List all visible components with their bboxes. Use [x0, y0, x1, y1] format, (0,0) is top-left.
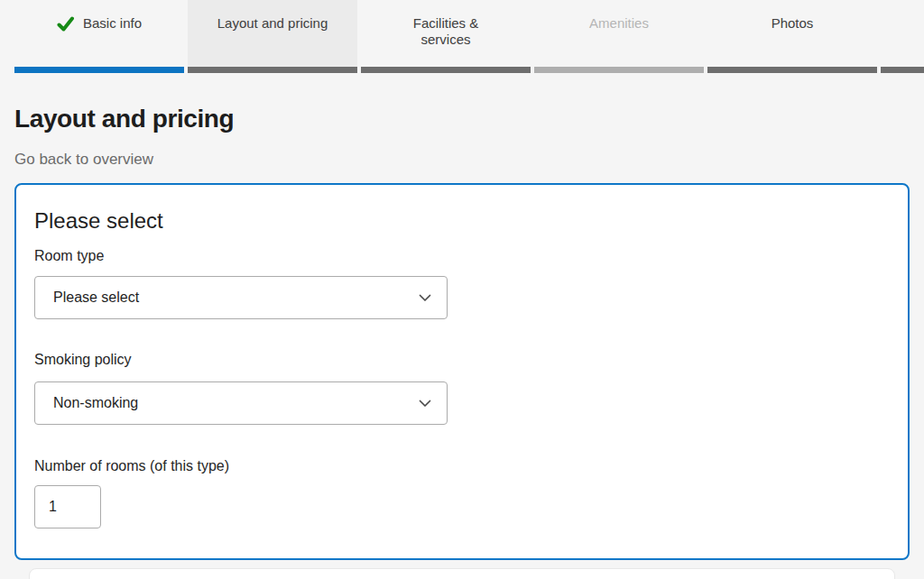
- tab-facilities-services[interactable]: Facilities & services: [361, 0, 531, 73]
- room-type-label: Room type: [34, 248, 890, 264]
- page-title: Layout and pricing: [14, 105, 910, 133]
- tab-progress-bar: [188, 67, 357, 73]
- number-of-rooms-label: Number of rooms (of this type): [34, 458, 890, 474]
- main-content: Layout and pricing Go back to overview P…: [0, 105, 924, 579]
- smoking-policy-selected-value: Non-smoking: [53, 395, 138, 411]
- tab-amenities: Amenities: [534, 0, 704, 73]
- tab-label: Amenities: [589, 15, 649, 32]
- tab-label: Basic info: [83, 15, 142, 32]
- tab-progress-bar: [534, 67, 704, 73]
- card-title: Please select: [34, 208, 890, 234]
- chevron-down-icon: [419, 395, 431, 411]
- check-icon: [57, 16, 74, 35]
- tab-progress-bar: [361, 67, 531, 73]
- smoking-policy-select[interactable]: Non-smoking: [34, 381, 448, 425]
- room-type-selected-value: Please select: [53, 290, 139, 306]
- setup-steps-tabs: Basic info Layout and pricing Facilities…: [0, 0, 924, 73]
- tab-label: Photos: [772, 15, 814, 32]
- room-setup-card: Please select Room type Please select Sm…: [14, 183, 910, 560]
- chevron-down-icon: [419, 290, 431, 306]
- tab-label: Layout and pricing: [217, 15, 328, 32]
- next-section-card-partial: [29, 568, 895, 579]
- room-type-select[interactable]: Please select: [34, 276, 448, 319]
- tab-label: Facilities & services: [395, 15, 496, 48]
- number-of-rooms-input[interactable]: [34, 485, 101, 528]
- tab-partial-offscreen[interactable]: [881, 0, 924, 73]
- go-back-to-overview-link[interactable]: Go back to overview: [14, 151, 153, 168]
- tab-basic-info[interactable]: Basic info: [14, 0, 184, 73]
- tab-progress-bar: [881, 67, 924, 73]
- tab-progress-bar: [14, 67, 184, 73]
- tab-photos[interactable]: Photos: [707, 0, 877, 73]
- tab-progress-bar: [707, 67, 877, 73]
- smoking-policy-label: Smoking policy: [34, 352, 890, 368]
- tab-layout-and-pricing[interactable]: Layout and pricing: [188, 0, 357, 73]
